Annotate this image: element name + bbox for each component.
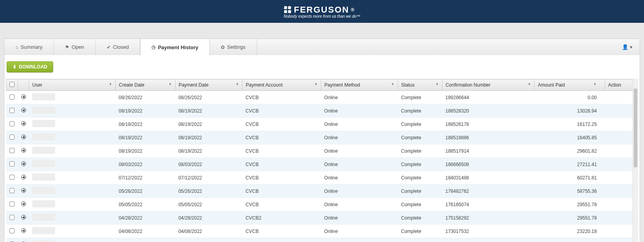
payment-date-cell: 07/12/2022 bbox=[175, 171, 242, 185]
confirmation-cell: 176165074 bbox=[442, 198, 534, 211]
status-cell: Complete bbox=[398, 118, 442, 131]
sort-icon: ▼ bbox=[235, 82, 239, 86]
table-row: 04/08/202204/08/2022CVCBOnlineComplete17… bbox=[6, 225, 638, 238]
amount-cell: 23220.18 bbox=[535, 225, 605, 238]
row-checkbox[interactable] bbox=[9, 228, 15, 233]
table-row: 08/26/202208/26/2022CVCBOnlineComplete18… bbox=[6, 91, 638, 104]
header-payment-date[interactable]: Payment Date▼ bbox=[175, 79, 242, 91]
clock-icon: ◷ bbox=[152, 44, 155, 50]
status-cell: Complete bbox=[398, 238, 442, 242]
amount-cell: 34027.75 bbox=[535, 238, 605, 242]
create-date-cell: 04/08/2022 bbox=[116, 225, 176, 238]
create-date-cell: 05/05/2022 bbox=[116, 198, 176, 211]
tab-open[interactable]: ⚑ Open bbox=[54, 39, 96, 55]
payment-account-cell: CVCB bbox=[242, 91, 321, 104]
payment-method-cell: Online bbox=[321, 171, 398, 185]
header-expand bbox=[18, 79, 29, 91]
expand-icon[interactable] bbox=[21, 148, 26, 153]
header-user[interactable]: User▼ bbox=[29, 79, 116, 91]
row-checkbox[interactable] bbox=[9, 201, 15, 207]
brand-logo: FERGUSON® Nobody expects more from us th… bbox=[283, 5, 360, 18]
svg-rect-2 bbox=[284, 10, 287, 13]
row-checkbox[interactable] bbox=[9, 215, 15, 220]
payment-method-cell: Online bbox=[321, 238, 398, 242]
payment-date-cell: 08/26/2022 bbox=[175, 91, 242, 104]
create-date-cell: 08/19/2022 bbox=[116, 118, 176, 131]
status-cell: Complete bbox=[398, 91, 442, 104]
payment-account-cell: CVCB bbox=[242, 104, 321, 118]
row-checkbox[interactable] bbox=[9, 121, 15, 126]
payment-date-cell: 08/19/2022 bbox=[175, 118, 242, 131]
header-confirmation[interactable]: Confirmation Number▼ bbox=[442, 79, 534, 91]
create-date-cell: 03/15/2022 bbox=[116, 238, 176, 242]
main-panel: ⌂ Summary ⚑ Open ✔ Closed ◷ Payment Hist… bbox=[4, 39, 640, 242]
expand-icon[interactable] bbox=[21, 108, 26, 113]
payment-date-cell: 03/15/2022 bbox=[175, 238, 242, 242]
tab-summary[interactable]: ⌂ Summary bbox=[4, 39, 54, 55]
header-amount-paid[interactable]: Amount Paid▼ bbox=[535, 79, 605, 91]
header-row: User▼ Create Date▼ Payment Date▼ Payment… bbox=[6, 79, 638, 91]
expand-icon[interactable] bbox=[21, 94, 26, 99]
sort-icon: ▼ bbox=[109, 82, 112, 86]
expand-icon[interactable] bbox=[21, 121, 26, 126]
expand-icon[interactable] bbox=[21, 175, 26, 179]
brand-icon bbox=[283, 6, 292, 14]
brand-name: FERGUSON bbox=[294, 5, 349, 15]
row-checkbox[interactable] bbox=[9, 175, 15, 180]
table-row: 05/05/202205/05/2022CVCBOnlineComplete17… bbox=[6, 198, 638, 211]
tab-closed[interactable]: ✔ Closed bbox=[96, 39, 140, 55]
select-all-checkbox[interactable] bbox=[9, 82, 15, 87]
expand-icon[interactable] bbox=[21, 228, 26, 233]
expand-icon[interactable] bbox=[21, 135, 26, 139]
payment-account-cell: CVCB bbox=[242, 225, 321, 238]
table-row: 03/15/202203/15/2022CVCBOnlineComplete17… bbox=[6, 238, 638, 242]
payment-method-cell: Online bbox=[321, 144, 398, 158]
sort-icon: ▼ bbox=[314, 82, 318, 86]
expand-icon[interactable] bbox=[21, 188, 26, 193]
tab-settings[interactable]: ✿ Settings bbox=[210, 39, 257, 55]
header-select-all[interactable] bbox=[6, 79, 18, 91]
header-payment-method[interactable]: Payment Method▼ bbox=[321, 79, 398, 91]
user-icon: 👤 bbox=[622, 44, 628, 50]
header-payment-account[interactable]: Payment Account▼ bbox=[242, 79, 321, 91]
row-checkbox[interactable] bbox=[9, 161, 15, 166]
sort-icon: ▼ bbox=[168, 82, 172, 86]
tab-label: Settings bbox=[227, 44, 246, 50]
header-status[interactable]: Status▼ bbox=[398, 79, 442, 91]
payment-method-cell: Online bbox=[321, 211, 398, 225]
user-cell bbox=[32, 133, 55, 140]
expand-icon[interactable] bbox=[21, 215, 26, 220]
table-row: 08/19/202208/19/2022CVCBOnlineComplete18… bbox=[6, 131, 638, 144]
download-button[interactable]: ⬇ DOWNLOAD bbox=[7, 61, 53, 72]
create-date-cell: 08/19/2022 bbox=[116, 131, 176, 144]
table-row: 08/19/202208/19/2022CVCBOnlineComplete18… bbox=[6, 144, 638, 158]
vertical-scrollbar[interactable] bbox=[633, 79, 638, 242]
user-cell bbox=[32, 240, 55, 242]
row-checkbox[interactable] bbox=[9, 148, 15, 153]
sort-icon: ▼ bbox=[527, 82, 531, 86]
sort-icon: ▼ bbox=[391, 82, 394, 86]
payment-account-cell: CVCB bbox=[242, 144, 321, 158]
user-menu[interactable]: 👤 ▾ bbox=[622, 39, 640, 55]
row-checkbox[interactable] bbox=[9, 188, 15, 193]
expand-icon[interactable] bbox=[21, 201, 26, 206]
create-date-cell: 08/19/2022 bbox=[116, 104, 176, 118]
row-checkbox[interactable] bbox=[9, 108, 15, 113]
amount-cell: 16405.85 bbox=[535, 131, 605, 144]
user-cell bbox=[32, 187, 55, 194]
row-checkbox[interactable] bbox=[9, 135, 15, 140]
payment-account-cell: CVCB bbox=[242, 171, 321, 185]
row-checkbox[interactable] bbox=[9, 94, 15, 100]
chevron-down-icon: ▾ bbox=[630, 44, 633, 50]
payment-method-cell: Online bbox=[321, 225, 398, 238]
amount-cell: 16172.25 bbox=[535, 118, 605, 131]
payment-method-cell: Online bbox=[321, 91, 398, 104]
tab-label: Closed bbox=[113, 44, 129, 50]
tab-payment-history[interactable]: ◷ Payment History bbox=[140, 39, 210, 55]
status-cell: Complete bbox=[398, 185, 442, 198]
header-create-date[interactable]: Create Date▼ bbox=[116, 79, 176, 91]
expand-icon[interactable] bbox=[21, 161, 26, 166]
tab-label: Open bbox=[72, 44, 84, 50]
scrollbar-thumb[interactable] bbox=[634, 89, 637, 167]
confirmation-cell: 188519886 bbox=[442, 131, 534, 144]
